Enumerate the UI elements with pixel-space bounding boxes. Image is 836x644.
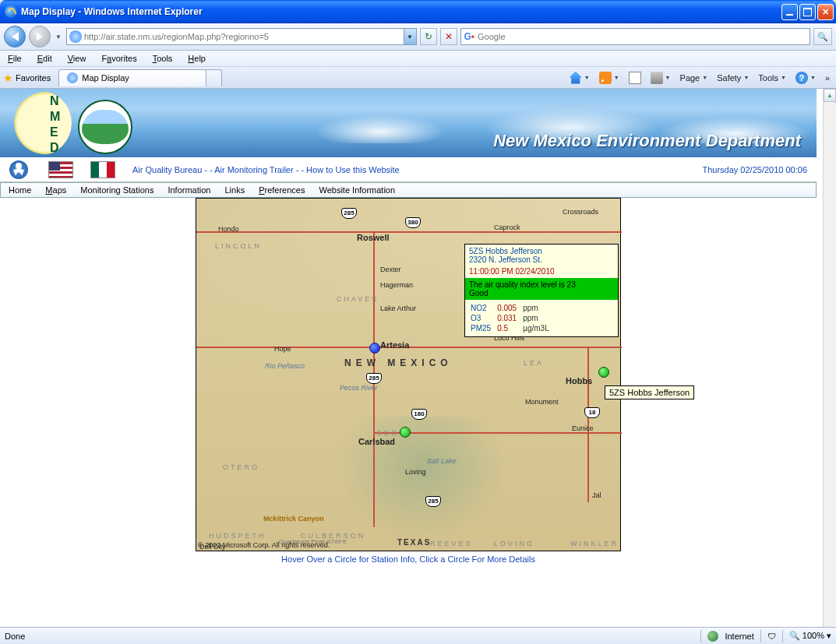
city-lake-arthur: Lake Arthur — [380, 304, 416, 312]
hwy-285c: 285 — [425, 496, 441, 507]
hwy-380: 380 — [405, 217, 421, 228]
favorites-label[interactable]: Favorites — [16, 73, 51, 83]
browser-menubar: File Edit View Favorites Tools Help — [0, 51, 836, 67]
search-go-button[interactable]: 🔍 — [813, 28, 832, 45]
print-icon — [651, 72, 663, 84]
popup-address: 2320 N. Jefferson St. — [469, 255, 614, 264]
address-bar[interactable]: http://air.state.nm.us/regionMap.php?reg… — [66, 28, 417, 45]
refresh-button[interactable]: ↻ — [420, 28, 437, 45]
city-loving: Loving — [405, 468, 426, 476]
favorites-star-icon[interactable]: ★ — [3, 72, 13, 84]
home-button[interactable]: ▼ — [566, 70, 593, 86]
city-jal: Jal — [592, 491, 601, 499]
reading-row: PM250.5µg/m3L — [471, 324, 554, 333]
map-attribution: © 2002 Microsoft Corp. All rights reserv… — [198, 541, 330, 549]
active-tab[interactable]: Map Display — [58, 69, 206, 86]
menu-stations[interactable]: Monitoring Stations — [80, 185, 153, 195]
security-zone: Internet — [725, 632, 753, 641]
menu-edit[interactable]: Edit — [34, 52, 55, 65]
mail-button[interactable] — [626, 70, 644, 86]
help-icon: ? — [795, 72, 808, 84]
mail-icon — [629, 72, 641, 84]
hwy-180: 180 — [411, 409, 427, 420]
state-label-nm: NEW MEXICO — [344, 357, 453, 368]
site-menu: Home Maps Monitoring Stations Informatio… — [0, 182, 817, 198]
tab-bar: ★ Favorites Map Display ▼ ▼ ▼ Page ▼ Saf… — [0, 67, 836, 89]
state-label-tx: TEXAS — [397, 538, 431, 547]
label-salt-lake: Salt Lake — [427, 457, 457, 465]
label-mckittrick: Mckittrick Canyon — [263, 515, 324, 523]
close-button[interactable] — [817, 4, 834, 20]
map-container: 285 380 285 180 285 18 LINCOLN CHAVES LE… — [0, 198, 817, 570]
menu-file[interactable]: File — [5, 52, 25, 65]
flag-mx-icon[interactable] — [90, 161, 115, 178]
city-dexter: Dexter — [380, 266, 401, 273]
station-hover-tooltip: 5ZS Hobbs Jefferson — [605, 385, 694, 399]
city-monument: Monument — [525, 398, 559, 406]
map-hint: Hover Over a Circle for Station Info, Cl… — [281, 554, 535, 564]
county-reeves: REEVES — [430, 540, 473, 547]
forward-button[interactable] — [29, 26, 51, 48]
city-roswell: Roswell — [357, 233, 390, 242]
station-carlsbad[interactable] — [400, 427, 411, 438]
status-bar: Done Internet 🛡 🔍 100% ▾ — [0, 627, 836, 644]
menu-view[interactable]: View — [65, 52, 90, 65]
safety-menu[interactable]: Safety ▼ — [714, 72, 752, 84]
popup-station-name: 5ZS Hobbs Jefferson — [469, 247, 614, 255]
new-tab-button[interactable] — [206, 69, 222, 86]
station-artesia[interactable] — [369, 343, 380, 354]
stop-button[interactable]: ✕ — [440, 28, 457, 45]
tools-menu[interactable]: Tools ▼ — [755, 72, 789, 84]
menu-home[interactable]: Home — [9, 185, 31, 195]
search-bar[interactable]: G• Google — [460, 28, 811, 45]
city-crossroads: Crossroads — [563, 208, 598, 216]
accessibility-icon[interactable] — [9, 160, 28, 179]
header-links[interactable]: Air Quality Bureau - - Air Monitoring Tr… — [132, 165, 400, 174]
nav-history-dropdown[interactable]: ▼ — [54, 33, 63, 40]
label-pecos-river: Pecos River — [340, 384, 378, 392]
print-button[interactable]: ▼ — [647, 70, 674, 86]
menu-maps[interactable]: Maps — [45, 185, 66, 195]
minimize-button[interactable] — [781, 4, 798, 20]
county-otero: OTERO — [223, 463, 259, 471]
menu-links[interactable]: Links — [224, 185, 245, 195]
region-map[interactable]: 285 380 285 180 285 18 LINCOLN CHAVES LE… — [196, 198, 621, 551]
menu-website-info[interactable]: Website Information — [319, 185, 395, 195]
menu-favorites[interactable]: Favorites — [98, 52, 139, 65]
station-info-popup: 5ZS Hobbs Jefferson 2320 N. Jefferson St… — [464, 244, 619, 337]
maximize-button[interactable] — [799, 4, 816, 20]
status-text: Done — [5, 632, 694, 641]
zoom-control[interactable]: 🔍 100% ▾ — [789, 631, 831, 641]
rss-button[interactable]: ▼ — [596, 70, 623, 86]
station-hobbs[interactable] — [598, 367, 609, 378]
page-content: NMED New Mexico Environment Department A… — [0, 89, 836, 627]
search-placeholder: Google — [478, 32, 810, 41]
county-chaves: CHAVES — [337, 295, 379, 303]
reading-row: O30.031ppm — [471, 314, 554, 322]
city-hagerman: Hagerman — [380, 281, 413, 289]
browser-toolbar: ▼ http://air.state.nm.us/regionMap.php?r… — [0, 23, 836, 51]
county-hudspeth: HUDSPETH — [209, 532, 266, 540]
back-button[interactable] — [4, 26, 26, 48]
google-icon: G• — [464, 31, 475, 42]
site-icon — [69, 30, 82, 43]
overflow-button[interactable]: » — [822, 72, 833, 84]
scroll-up-button[interactable]: ▲ — [824, 89, 836, 102]
protected-mode-icon[interactable]: 🛡 — [767, 632, 776, 641]
vertical-scrollbar[interactable]: ▲ — [823, 89, 836, 627]
help-button[interactable]: ?▼ — [792, 70, 819, 86]
menu-help[interactable]: Help — [185, 52, 209, 65]
county-lea: LEA — [524, 359, 544, 367]
address-dropdown[interactable]: ▼ — [404, 29, 416, 44]
popup-readings: NO20.005ppm O30.031ppm PM250.5µg/m3L — [465, 300, 618, 336]
window-title: Map Display - Windows Internet Explorer — [21, 6, 781, 17]
home-icon — [570, 72, 582, 84]
tab-favicon-icon — [67, 72, 78, 83]
page-menu[interactable]: Page ▼ — [677, 72, 711, 84]
hwy-18: 18 — [584, 407, 600, 418]
menu-information[interactable]: Information — [168, 185, 210, 195]
menu-preferences[interactable]: Preferences — [259, 185, 305, 195]
flag-us-icon[interactable] — [48, 161, 73, 178]
menu-tools[interactable]: Tools — [150, 52, 176, 65]
window-titlebar: Map Display - Windows Internet Explorer — [0, 0, 836, 23]
